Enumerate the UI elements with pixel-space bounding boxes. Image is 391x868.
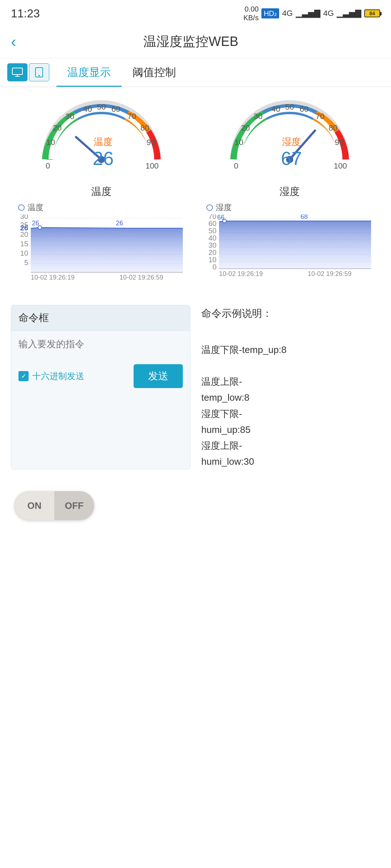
svg-text:10-02 19:26:19: 10-02 19:26:19 [31, 274, 75, 281]
svg-text:80: 80 [140, 123, 149, 132]
svg-marker-77 [219, 221, 371, 269]
svg-text:20: 20 [241, 123, 250, 132]
toggle-off-label[interactable]: OFF [54, 491, 94, 520]
svg-text:温度: 温度 [94, 136, 113, 147]
status-time: 11:23 [11, 7, 40, 20]
humi-chart-title: 湿度 [206, 185, 373, 199]
command-input[interactable] [18, 339, 183, 350]
svg-text:10-02 19:26:19: 10-02 19:26:19 [219, 270, 263, 277]
command-input-area [11, 331, 190, 364]
svg-text:60: 60 [112, 105, 120, 114]
main-content: 0 10 20 30 10 20 30 40 50 60 70 80 90 10… [0, 87, 391, 545]
command-footer: ✓ 十六进制发送 发送 [11, 364, 190, 395]
command-box-header: 命令框 [11, 305, 190, 331]
header: ‹ 温湿度监控WEB [0, 25, 391, 58]
humi-legend-label: 湿度 [216, 202, 232, 213]
svg-text:10: 10 [46, 138, 55, 147]
svg-text:40: 40 [272, 105, 280, 114]
temp-chart-legend: 温度 [18, 202, 185, 213]
temp-chart-title: 温度 [18, 185, 185, 199]
svg-text:0: 0 [213, 263, 216, 271]
svg-marker-54 [31, 227, 183, 272]
command-notes: 命令示例说明： 温度下限-temp_up:8 温度上限-temp_low:8 湿… [201, 305, 380, 469]
temperature-gauge: 0 10 20 30 10 20 30 40 50 60 70 80 90 10… [18, 98, 185, 170]
note1: 温度下限-temp_up:8 [201, 342, 380, 358]
svg-text:90: 90 [335, 138, 344, 147]
svg-text:100: 100 [146, 161, 159, 170]
svg-text:30: 30 [209, 241, 216, 249]
svg-rect-0 [12, 68, 22, 75]
status-right: 0.00KB/s HD₂ 4G ▁▃▅▇ 4G ▁▃▅▇ 84 [243, 5, 380, 22]
gauges-row: 0 10 20 30 10 20 30 40 50 60 70 80 90 10… [7, 98, 384, 170]
svg-text:40: 40 [83, 105, 92, 114]
svg-text:26: 26 [20, 224, 28, 232]
network-type2: 4G [323, 9, 334, 18]
svg-text:70: 70 [316, 112, 324, 121]
temp-legend-dot [18, 204, 25, 211]
hex-checkbox-text: 十六进制发送 [32, 370, 84, 382]
svg-text:20: 20 [209, 248, 216, 256]
note2: 温度上限-temp_low:8 [201, 374, 380, 405]
tab-temperature-display[interactable]: 温度显示 [56, 58, 122, 87]
svg-text:0: 0 [46, 161, 50, 170]
tablet-icon[interactable] [29, 63, 49, 81]
command-section: 命令框 ✓ 十六进制发送 发送 命令示例说明： 温度下限-temp_up:8 温… [7, 305, 384, 469]
send-button[interactable]: 发送 [134, 364, 183, 388]
tabs-bar: 温度显示 阈值控制 [0, 58, 391, 87]
svg-text:68: 68 [300, 214, 308, 220]
signal-bars2: ▁▃▅▇ [337, 9, 361, 18]
svg-text:10-02 19:26:59: 10-02 19:26:59 [308, 270, 352, 277]
status-bar: 11:23 0.00KB/s HD₂ 4G ▁▃▅▇ 4G ▁▃▅▇ 84 [0, 0, 391, 25]
hex-checkbox[interactable]: ✓ [18, 371, 29, 381]
svg-text:80: 80 [329, 123, 337, 132]
charts-row: 温度 温度 30 25 20 15 10 5 [7, 185, 384, 287]
toggle-on-label[interactable]: ON [14, 491, 54, 520]
svg-text:10: 10 [235, 138, 243, 147]
temp-legend-label: 温度 [28, 202, 43, 213]
svg-text:30: 30 [20, 214, 28, 220]
svg-text:50: 50 [97, 102, 106, 111]
hex-checkbox-label[interactable]: ✓ 十六进制发送 [18, 370, 84, 382]
svg-text:26: 26 [116, 220, 123, 227]
temperature-chart: 温度 温度 30 25 20 15 10 5 [18, 185, 185, 287]
battery-icon: 84 [364, 9, 380, 17]
temp-chart-area: 30 25 20 15 10 5 [18, 214, 185, 287]
humi-chart-legend: 湿度 [206, 202, 373, 213]
svg-text:10-02 19:26:59: 10-02 19:26:59 [119, 274, 163, 281]
svg-text:30: 30 [254, 112, 262, 121]
svg-text:26: 26 [32, 220, 39, 227]
back-button[interactable]: ‹ [11, 33, 16, 51]
network-type1: 4G [282, 9, 293, 18]
page-title: 温湿度监控WEB [24, 33, 358, 51]
svg-text:90: 90 [147, 138, 155, 147]
humidity-chart: 湿度 湿度 70 60 50 40 30 20 10 0 [206, 185, 373, 287]
tab-threshold-control[interactable]: 阈值控制 [122, 58, 187, 87]
svg-text:60: 60 [209, 220, 216, 227]
svg-text:70: 70 [127, 112, 136, 121]
svg-text:30: 30 [66, 112, 74, 121]
device-icons [7, 63, 49, 81]
svg-text:50: 50 [285, 102, 294, 111]
humidity-gauge: 0 10 20 30 40 50 60 70 80 90 100 湿度 67 [206, 98, 373, 170]
note4: 湿度上限-humi_low:30 [201, 438, 380, 469]
humi-legend-dot [206, 204, 213, 211]
hd-label: HD₂ [261, 8, 279, 18]
svg-text:0: 0 [234, 161, 238, 170]
svg-text:66: 66 [217, 214, 224, 221]
on-off-toggle[interactable]: ON OFF [14, 491, 94, 520]
svg-text:60: 60 [300, 105, 308, 114]
svg-text:10: 10 [20, 249, 28, 257]
svg-text:5: 5 [24, 259, 28, 267]
svg-text:湿度: 湿度 [282, 136, 301, 147]
monitor-icon[interactable] [7, 63, 28, 81]
humi-chart-area: 70 60 50 40 30 20 10 0 [206, 214, 373, 287]
notes-title: 命令示例说明： [201, 305, 380, 322]
note3: 湿度下限-humi_up:85 [201, 406, 380, 438]
svg-text:26: 26 [93, 148, 114, 169]
svg-text:40: 40 [209, 234, 216, 242]
svg-text:50: 50 [209, 227, 216, 235]
toggle-section: ON OFF [7, 488, 384, 535]
signal-bars1: ▁▃▅▇ [296, 9, 320, 18]
svg-text:15: 15 [20, 240, 28, 248]
command-box: 命令框 ✓ 十六进制发送 发送 [11, 305, 190, 469]
